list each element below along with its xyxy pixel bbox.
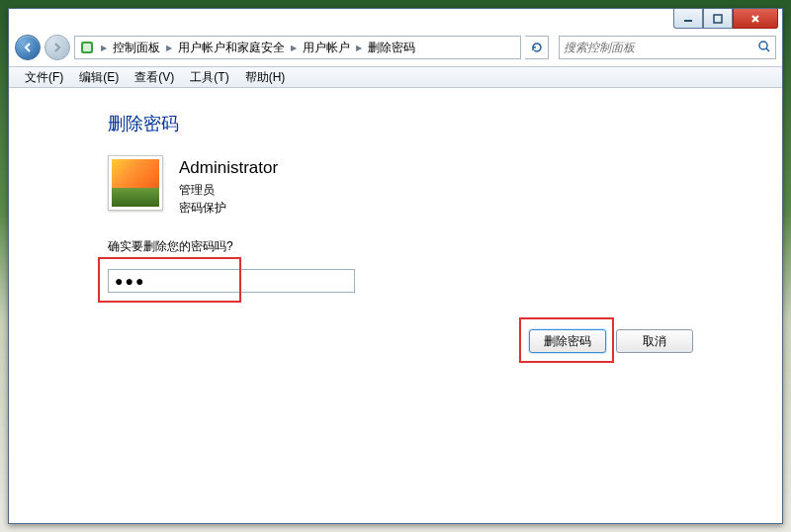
chevron-right-icon: ▶: [99, 44, 109, 52]
back-button[interactable]: [15, 35, 41, 60]
menu-tools[interactable]: 工具(T): [182, 67, 236, 88]
close-button[interactable]: [733, 9, 778, 29]
chevron-right-icon: ▶: [354, 44, 364, 52]
cancel-button[interactable]: 取消: [616, 329, 693, 353]
control-panel-icon: [79, 40, 95, 55]
content-pane: 删除密码 Administrator 管理员 密码保护 确实要删除您的密码吗? …: [9, 88, 782, 523]
breadcrumb-item[interactable]: 控制面板: [109, 40, 164, 56]
breadcrumb-item[interactable]: 删除密码: [364, 40, 419, 56]
window-frame: ▶ 控制面板 ▶ 用户帐户和家庭安全 ▶ 用户帐户 ▶ 删除密码 文件(F) 编…: [8, 8, 783, 524]
breadcrumb-item[interactable]: 用户帐户: [299, 40, 354, 56]
svg-point-6: [759, 42, 767, 49]
chevron-right-icon: ▶: [289, 44, 299, 52]
avatar: [108, 155, 163, 211]
refresh-button[interactable]: [525, 36, 549, 59]
menu-edit[interactable]: 编辑(E): [71, 67, 127, 88]
maximize-button[interactable]: [703, 9, 733, 29]
user-pw-status: 密码保护: [179, 199, 278, 217]
password-input[interactable]: [108, 269, 355, 293]
breadcrumb-item[interactable]: 用户帐户和家庭安全: [174, 40, 289, 56]
user-role: 管理员: [179, 181, 278, 199]
page-title: 删除密码: [108, 112, 782, 135]
svg-line-7: [766, 48, 769, 51]
minimize-button[interactable]: [673, 9, 703, 29]
prompt-text: 确实要删除您的密码吗?: [108, 238, 782, 255]
menu-file[interactable]: 文件(F): [17, 67, 71, 88]
forward-button[interactable]: [44, 35, 70, 60]
svg-rect-5: [83, 44, 91, 51]
search-input[interactable]: [564, 41, 757, 54]
menu-help[interactable]: 帮助(H): [237, 67, 294, 88]
delete-button-wrap: 删除密码: [529, 329, 606, 353]
button-row: 删除密码 取消: [529, 329, 693, 353]
user-info: Administrator 管理员 密码保护: [179, 155, 278, 217]
nav-row: ▶ 控制面板 ▶ 用户帐户和家庭安全 ▶ 用户帐户 ▶ 删除密码: [15, 33, 776, 62]
user-summary: Administrator 管理员 密码保护: [108, 155, 782, 217]
password-zone: [108, 269, 365, 293]
chevron-right-icon: ▶: [164, 44, 174, 52]
flower-icon: [112, 159, 159, 207]
breadcrumb[interactable]: ▶ 控制面板 ▶ 用户帐户和家庭安全 ▶ 用户帐户 ▶ 删除密码: [74, 36, 521, 59]
svg-rect-1: [714, 15, 722, 23]
search-icon: [757, 40, 771, 56]
delete-password-button[interactable]: 删除密码: [529, 329, 606, 353]
menu-view[interactable]: 查看(V): [127, 67, 182, 88]
user-name: Administrator: [179, 155, 278, 181]
menu-bar: 文件(F) 编辑(E) 查看(V) 工具(T) 帮助(H): [9, 66, 782, 88]
caption-buttons: [673, 9, 778, 29]
search-box[interactable]: [559, 36, 776, 59]
